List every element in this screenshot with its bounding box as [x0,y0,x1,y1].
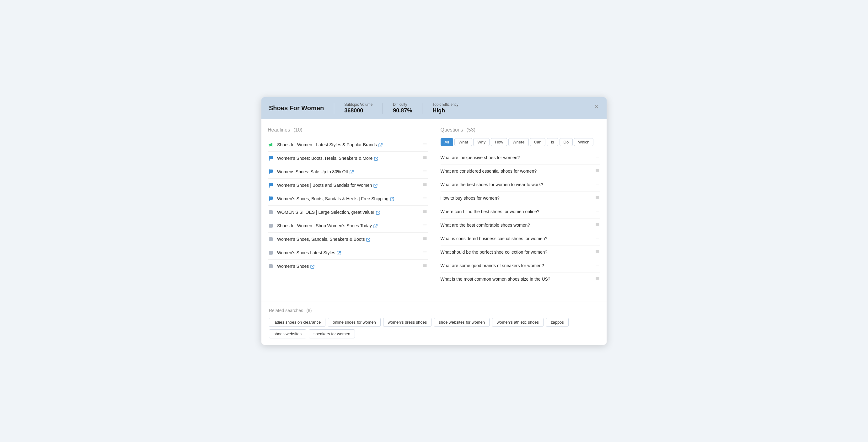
headline-left: Women's Shoes [268,263,420,269]
question-filter-tab-can[interactable]: Can [530,138,546,146]
drag-handle-icon[interactable] [595,154,600,161]
drag-handle-icon[interactable] [595,208,600,215]
headline-text: Women's Shoes Latest Styles [277,250,420,255]
drag-handle-icon[interactable] [422,155,428,162]
headline-text: Women's Shoes, Sandals, Sneakers & Boots [277,237,420,242]
related-tags-container: ladies shoes on clearanceonline shoes fo… [269,318,599,338]
drag-handle-icon[interactable] [422,195,428,202]
related-search-tag[interactable]: sneakers for women [309,329,355,338]
headline-text: Women's Shoes, Boots, Sandals & Heels | … [277,196,420,201]
headlines-title: Headlines (10) [268,126,428,133]
question-text: What is considered business casual shoes… [441,236,592,241]
question-filter-tab-why[interactable]: Why [473,138,490,146]
topic-efficiency-label: Topic Efficiency [432,102,458,107]
question-item: What is the most common women shoes size… [441,272,601,286]
drag-handle-icon[interactable] [595,168,600,175]
headline-type-icon [268,142,274,148]
headline-text: Shoes for Women - Latest Styles & Popula… [277,142,420,147]
headline-text: Women's Shoes: Boots, Heels, Sneakers & … [277,156,420,161]
headline-left: Women's Shoes Latest Styles [268,249,420,256]
related-search-tag[interactable]: ladies shoes on clearance [269,318,326,327]
modal-title: Shoes For Women [269,105,324,112]
headline-item: Shoes for Women | Shop Women's Shoes Tod… [268,219,428,233]
related-search-tag[interactable]: women's dress shoes [383,318,432,327]
headline-type-icon [268,196,274,202]
question-filter-tab-what[interactable]: What [455,138,472,146]
headline-type-icon [268,155,274,161]
difficulty-label: Difficulty [393,102,412,107]
question-item: What are the best shoes for women to wea… [441,178,601,191]
headline-text: Women's Shoes | Boots and Sandals for Wo… [277,183,420,188]
related-search-tag[interactable]: shoe websites for women [434,318,490,327]
question-text: What are considered essential shoes for … [441,169,592,174]
drag-handle-icon[interactable] [422,168,428,175]
headline-type-icon [268,236,274,242]
related-searches-section: Related searches (8) ladies shoes on cle… [261,301,607,345]
headline-item: WOMEN'S SHOES | Large Selection, great v… [268,206,428,219]
headline-item: Women's Shoes: Boots, Heels, Sneakers & … [268,152,428,165]
question-filter-tab-where[interactable]: Where [508,138,528,146]
headline-left: Women's Shoes: Boots, Heels, Sneakers & … [268,155,420,161]
question-text: What are the best shoes for women to wea… [441,182,592,187]
headline-left: Shoes for Women - Latest Styles & Popula… [268,142,420,148]
question-item: What are considered essential shoes for … [441,165,601,178]
svg-rect-35 [269,251,273,255]
drag-handle-icon[interactable] [422,182,428,189]
headline-left: Women's Shoes, Sandals, Sneakers & Boots [268,236,420,242]
headline-left: Shoes for Women | Shop Women's Shoes Tod… [268,223,420,229]
question-filter-tab-is[interactable]: Is [547,138,558,146]
headline-left: Womens Shoes: Sale Up to 80% Off [268,169,420,175]
headline-type-icon [268,182,274,188]
question-filter-tab-which[interactable]: Which [574,138,593,146]
drag-handle-icon[interactable] [595,195,600,202]
question-item: How to buy shoes for women? [441,191,601,205]
drag-handle-icon[interactable] [422,222,428,229]
question-filter-tabs: AllWhatWhyHowWhereCanIsDoWhich [441,138,601,146]
header-divider-1 [334,102,334,114]
headline-text: Womens Shoes: Sale Up to 80% Off [277,169,420,174]
question-text: What are some good brands of sneakers fo… [441,263,592,268]
headline-item: Women's Shoes, Boots, Sandals & Heels | … [268,192,428,206]
headline-item: Women's Shoes Latest Styles [268,246,428,260]
drag-handle-icon[interactable] [595,248,600,256]
question-text: What should be the perfect shoe collecti… [441,249,592,255]
svg-rect-27 [269,224,273,228]
question-filter-tab-how[interactable]: How [491,138,507,146]
related-search-tag[interactable]: zappos [546,318,569,327]
question-item: What are the best comfortable shoes wome… [441,218,601,232]
question-text: What are inexpensive shoes for women? [441,155,592,160]
questions-panel: Questions (53) AllWhatWhyHowWhereCanIsDo… [434,119,607,301]
question-filter-tab-all[interactable]: All [441,138,453,146]
headline-item: Women's Shoes [268,260,428,273]
drag-handle-icon[interactable] [595,235,600,242]
topic-efficiency-stat: Topic Efficiency High [432,102,458,114]
headlines-panel: Headlines (10) Shoes for Women - Latest … [261,119,434,301]
question-text: What are the best comfortable shoes wome… [441,223,592,228]
drag-handle-icon[interactable] [595,222,600,229]
question-filter-tab-do[interactable]: Do [560,138,573,146]
related-search-tag[interactable]: women's athletic shoes [492,318,544,327]
related-search-tag[interactable]: shoes websites [269,329,306,338]
topic-efficiency-value: High [432,107,458,114]
related-search-tag[interactable]: online shoes for women [328,318,380,327]
drag-handle-icon[interactable] [595,276,600,283]
drag-handle-icon[interactable] [422,263,428,270]
headline-type-icon [268,223,274,229]
headline-left: Women's Shoes | Boots and Sandals for Wo… [268,182,420,188]
headline-text: Women's Shoes [277,264,420,269]
subtopic-volume-label: Subtopic Volume [344,102,372,107]
question-item: What is considered business casual shoes… [441,232,601,245]
svg-rect-39 [269,264,273,268]
question-item: What are inexpensive shoes for women? [441,151,601,165]
drag-handle-icon[interactable] [422,141,428,148]
headline-item: Womens Shoes: Sale Up to 80% Off [268,165,428,179]
drag-handle-icon[interactable] [422,249,428,256]
close-button[interactable]: × [592,102,601,111]
main-modal: Shoes For Women Subtopic Volume 368000 D… [261,97,607,345]
subtopic-volume-value: 368000 [344,107,372,114]
drag-handle-icon[interactable] [595,181,600,188]
drag-handle-icon[interactable] [422,209,428,216]
headline-item: Shoes for Women - Latest Styles & Popula… [268,138,428,152]
drag-handle-icon[interactable] [422,236,428,243]
drag-handle-icon[interactable] [595,262,600,269]
